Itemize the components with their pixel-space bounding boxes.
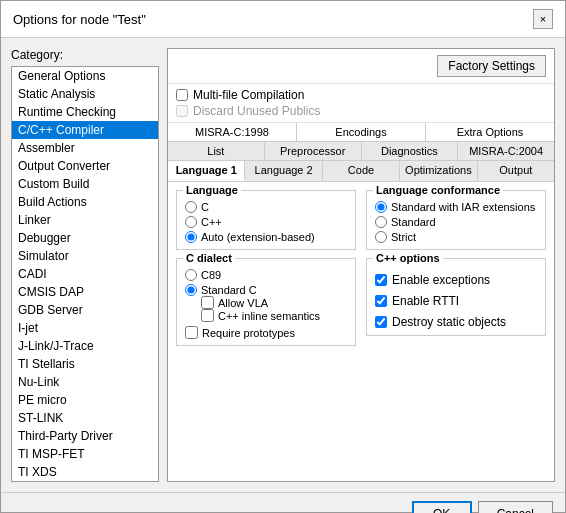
c-dialect-label-0: C89 xyxy=(201,269,221,281)
options-checkboxes: Multi-file Compilation Discard Unused Pu… xyxy=(168,84,554,123)
language-label-2: Auto (extension-based) xyxy=(201,231,315,243)
sidebar-item-runtime-checking[interactable]: Runtime Checking xyxy=(12,103,158,121)
discard-unused-publics-row: Discard Unused Publics xyxy=(176,104,546,118)
sidebar-item-ti-stellaris[interactable]: TI Stellaris xyxy=(12,355,158,373)
close-button[interactable]: × xyxy=(533,9,553,29)
language-label-0: C xyxy=(201,201,209,213)
lang-conf-label-1: Standard xyxy=(391,216,436,228)
sidebar-item-i-jet[interactable]: I-jet xyxy=(12,319,158,337)
lang-conf-option-1: Standard xyxy=(375,216,537,228)
multi-file-compilation-checkbox[interactable] xyxy=(176,89,188,101)
sidebar-item-cmsis-dap[interactable]: CMSIS DAP xyxy=(12,283,158,301)
sidebar-item-simulator[interactable]: Simulator xyxy=(12,247,158,265)
tab-row-3: Language 1Language 2CodeOptimizationsOut… xyxy=(168,161,554,182)
left-panel: Language C C++ Auto (extension-based) C … xyxy=(176,190,356,473)
close-icon: × xyxy=(540,13,546,25)
c-dialect-sub-checkbox-0[interactable] xyxy=(201,296,214,309)
language-section: Language C C++ Auto (extension-based) xyxy=(176,190,356,250)
tab-optimizations[interactable]: Optimizations xyxy=(400,161,477,181)
cancel-button[interactable]: Cancel xyxy=(478,501,553,513)
discard-unused-publics-label: Discard Unused Publics xyxy=(193,104,320,118)
require-prototypes-label: Require prototypes xyxy=(202,327,295,339)
extra-options-header: Extra Options xyxy=(426,123,554,141)
sidebar-item-j-link-j-trace[interactable]: J-Link/J-Trace xyxy=(12,337,158,355)
tab-diagnostics[interactable]: Diagnostics xyxy=(362,142,459,160)
sidebar-item-static-analysis[interactable]: Static Analysis xyxy=(12,85,158,103)
c-dialect-sub-checkbox-1[interactable] xyxy=(201,309,214,322)
dialog-footer: OK Cancel xyxy=(1,492,565,513)
sidebar-item-build-actions[interactable]: Build Actions xyxy=(12,193,158,211)
sidebar-item-general-options[interactable]: General Options xyxy=(12,67,158,85)
c-dialect-radio-1[interactable] xyxy=(185,284,197,296)
lang-conf-label-2: Strict xyxy=(391,231,416,243)
sidebar-item-output-converter[interactable]: Output Converter xyxy=(12,157,158,175)
lang-conf-option-0: Standard with IAR extensions xyxy=(375,201,537,213)
dialog-title: Options for node "Test" xyxy=(13,12,146,27)
c-dialect-sub-option-1: C++ inline semantics xyxy=(201,309,347,322)
cpp-option-label-2: Destroy static objects xyxy=(392,315,506,329)
sidebar-item-debugger[interactable]: Debugger xyxy=(12,229,158,247)
sidebar-item-ti-msp-fet[interactable]: TI MSP-FET xyxy=(12,445,158,463)
multi-file-compilation-row: Multi-file Compilation xyxy=(176,88,546,102)
misra-header: MISRA-C:1998 xyxy=(168,123,297,141)
sidebar-item-nu-link[interactable]: Nu-Link xyxy=(12,373,158,391)
cpp-options-section: C++ options Enable exceptions Enable RTT… xyxy=(366,258,546,336)
c-dialect-radio-group: C89 Standard C xyxy=(185,269,347,296)
sidebar-item-linker[interactable]: Linker xyxy=(12,211,158,229)
tab-language-1[interactable]: Language 1 xyxy=(168,161,245,181)
c-dialect-section: C dialect C89 Standard C Allow VLA C++ i… xyxy=(176,258,356,346)
cpp-option-checkbox-2[interactable] xyxy=(375,316,387,328)
right-panel: Language conformance Standard with IAR e… xyxy=(366,190,546,473)
c-dialect-section-title: C dialect xyxy=(183,252,235,264)
language-option-1: C++ xyxy=(185,216,347,228)
sidebar-item-assembler[interactable]: Assembler xyxy=(12,139,158,157)
cpp-option-label-0: Enable exceptions xyxy=(392,273,490,287)
lang-conf-radio-1[interactable] xyxy=(375,216,387,228)
require-prototypes-checkbox[interactable] xyxy=(185,326,198,339)
sidebar-item-st-link[interactable]: ST-LINK xyxy=(12,409,158,427)
title-bar: Options for node "Test" × xyxy=(1,1,565,38)
language-option-2: Auto (extension-based) xyxy=(185,231,347,243)
cpp-option-0: Enable exceptions xyxy=(375,273,537,287)
cpp-option-2: Destroy static objects xyxy=(375,315,537,329)
lang-conf-radio-2[interactable] xyxy=(375,231,387,243)
factory-settings-button[interactable]: Factory Settings xyxy=(437,55,546,77)
language-conformance-title: Language conformance xyxy=(373,184,503,196)
sidebar-item-ti-xds[interactable]: TI XDS xyxy=(12,463,158,481)
c-dialect-radio-0[interactable] xyxy=(185,269,197,281)
cpp-options-title: C++ options xyxy=(373,252,443,264)
tab-group-header-1: MISRA-C:1998 Encodings Extra Options xyxy=(168,123,554,142)
tab-row-2: ListPreprocessorDiagnosticsMISRA-C:2004 xyxy=(168,142,554,161)
tab-misra-c-2004[interactable]: MISRA-C:2004 xyxy=(458,142,554,160)
language-radio-1[interactable] xyxy=(185,216,197,228)
tab-language-2[interactable]: Language 2 xyxy=(245,161,322,181)
discard-unused-publics-checkbox[interactable] xyxy=(176,105,188,117)
language-radio-0[interactable] xyxy=(185,201,197,213)
c-dialect-sub-label-0: Allow VLA xyxy=(218,297,268,309)
tab-code[interactable]: Code xyxy=(323,161,400,181)
sidebar-item-pe-micro[interactable]: PE micro xyxy=(12,391,158,409)
tab-preprocessor[interactable]: Preprocessor xyxy=(265,142,362,160)
sidebar-item-c-c---compiler[interactable]: C/C++ Compiler xyxy=(12,121,158,139)
lang-conf-radio-0[interactable] xyxy=(375,201,387,213)
cpp-options-check-group: Enable exceptions Enable RTTI Destroy st… xyxy=(375,269,537,329)
tab-output[interactable]: Output xyxy=(478,161,554,181)
main-panel: Factory Settings Multi-file Compilation … xyxy=(167,48,555,482)
language-label-1: C++ xyxy=(201,216,222,228)
sidebar-item-cadi[interactable]: CADI xyxy=(12,265,158,283)
c-dialect-option-0: C89 xyxy=(185,269,347,281)
c-dialect-option-1: Standard C xyxy=(185,284,347,296)
cpp-option-checkbox-1[interactable] xyxy=(375,295,387,307)
sidebar-item-custom-build[interactable]: Custom Build xyxy=(12,175,158,193)
sidebar-item-gdb-server[interactable]: GDB Server xyxy=(12,301,158,319)
lang-conf-option-2: Strict xyxy=(375,231,537,243)
language-radio-2[interactable] xyxy=(185,231,197,243)
tab-list[interactable]: List xyxy=(168,142,265,160)
content-area: Language C C++ Auto (extension-based) C … xyxy=(168,182,554,481)
sidebar-item-third-party-driver[interactable]: Third-Party Driver xyxy=(12,427,158,445)
ok-button[interactable]: OK xyxy=(412,501,472,513)
cpp-option-checkbox-0[interactable] xyxy=(375,274,387,286)
language-conformance-radio-group: Standard with IAR extensions Standard St… xyxy=(375,201,537,243)
sidebar: Category: General OptionsStatic Analysis… xyxy=(11,48,159,482)
cpp-option-1: Enable RTTI xyxy=(375,294,537,308)
